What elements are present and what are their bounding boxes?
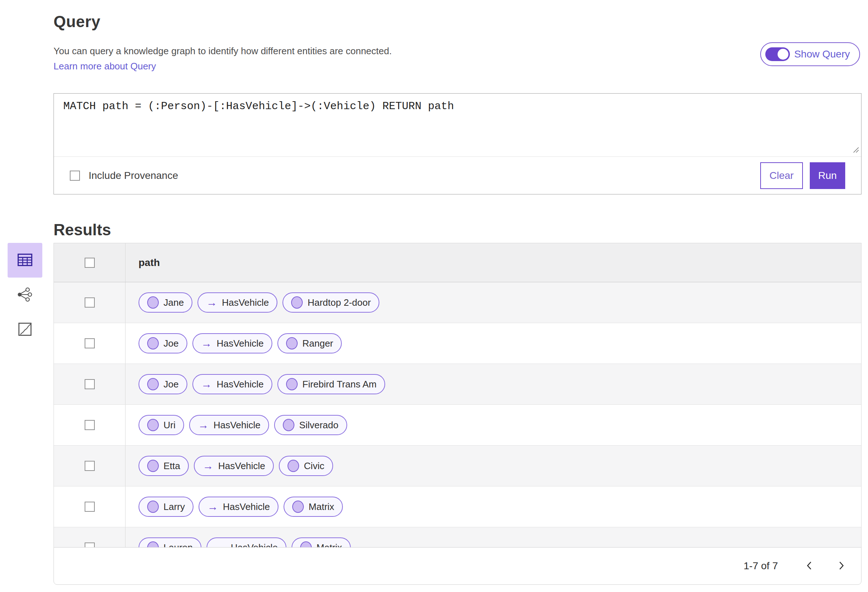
entity-node-icon bbox=[147, 337, 159, 349]
row-checkbox[interactable] bbox=[85, 379, 95, 389]
results-table: path Jane → HasVehicle Hardtop 2-door bbox=[53, 243, 862, 568]
path-cell: Joe → HasVehicle Ranger bbox=[125, 323, 861, 364]
source-entity-chip[interactable]: Jane bbox=[139, 292, 192, 313]
resize-grip-icon[interactable] bbox=[852, 146, 859, 155]
table-row: Etta → HasVehicle Civic bbox=[54, 446, 861, 486]
results-rows: Jane → HasVehicle Hardtop 2-door Joe → H… bbox=[54, 282, 861, 568]
target-entity-label: Hardtop 2-door bbox=[307, 297, 371, 308]
show-query-label: Show Query bbox=[794, 49, 850, 60]
path-header-cell: path bbox=[125, 243, 861, 282]
path-cell: Uri → HasVehicle Silverado bbox=[125, 405, 861, 445]
relationship-label: HasVehicle bbox=[218, 461, 265, 472]
target-entity-chip[interactable]: Ranger bbox=[278, 333, 342, 353]
row-checkbox-cell bbox=[54, 323, 125, 364]
row-checkbox[interactable] bbox=[85, 297, 95, 308]
table-row: Joe → HasVehicle Firebird Trans Am bbox=[54, 364, 861, 405]
relationship-chip[interactable]: → HasVehicle bbox=[192, 374, 272, 394]
row-checkbox-cell bbox=[54, 486, 125, 527]
row-checkbox[interactable] bbox=[85, 502, 95, 512]
page-description: You can query a knowledge graph to ident… bbox=[53, 46, 392, 57]
row-checkbox[interactable] bbox=[85, 420, 95, 430]
source-entity-chip[interactable]: Uri bbox=[139, 415, 184, 435]
path-column-header: path bbox=[139, 257, 160, 268]
previous-page-button[interactable] bbox=[801, 557, 818, 575]
relationship-arrow-icon: → bbox=[206, 297, 217, 308]
relationship-arrow-icon: → bbox=[201, 379, 212, 390]
entity-node-icon bbox=[147, 460, 159, 472]
entity-node-icon bbox=[147, 378, 159, 390]
target-entity-chip[interactable]: Matrix bbox=[283, 496, 343, 517]
entity-node-icon bbox=[147, 501, 159, 513]
source-entity-chip[interactable]: Larry bbox=[139, 496, 193, 517]
relationship-label: HasVehicle bbox=[213, 420, 260, 431]
target-entity-chip[interactable]: Firebird Trans Am bbox=[278, 374, 385, 394]
toggle-knob bbox=[778, 49, 788, 60]
toggle-switch[interactable] bbox=[765, 47, 790, 61]
run-button[interactable]: Run bbox=[810, 162, 845, 189]
path-cell: Jane → HasVehicle Hardtop 2-door bbox=[125, 282, 861, 323]
relationship-arrow-icon: → bbox=[198, 420, 209, 430]
view-switcher bbox=[7, 243, 42, 347]
table-row: Larry → HasVehicle Matrix bbox=[54, 486, 861, 527]
relationship-label: HasVehicle bbox=[217, 338, 264, 349]
relationship-chip[interactable]: → HasVehicle bbox=[189, 415, 269, 435]
target-entity-label: Ranger bbox=[303, 338, 333, 349]
chevron-right-icon bbox=[835, 560, 847, 573]
entity-node-icon bbox=[283, 419, 294, 431]
relationship-chip[interactable]: → HasVehicle bbox=[199, 496, 279, 517]
relationship-chip[interactable]: → HasVehicle bbox=[198, 292, 278, 313]
row-checkbox[interactable] bbox=[85, 338, 95, 348]
link-chart-view-button[interactable] bbox=[7, 278, 42, 312]
relationship-label: HasVehicle bbox=[223, 501, 270, 512]
relationship-chip[interactable]: → HasVehicle bbox=[194, 456, 274, 476]
entity-node-icon bbox=[147, 419, 159, 431]
entity-node-icon bbox=[286, 337, 298, 349]
source-entity-label: Larry bbox=[164, 501, 185, 512]
next-page-button[interactable] bbox=[832, 557, 850, 575]
source-entity-chip[interactable]: Etta bbox=[139, 456, 189, 476]
row-checkbox-cell bbox=[54, 364, 125, 404]
clear-button[interactable]: Clear bbox=[760, 162, 803, 189]
row-checkbox[interactable] bbox=[85, 461, 95, 471]
target-entity-chip[interactable]: Silverado bbox=[274, 415, 347, 435]
row-checkbox-cell bbox=[54, 405, 125, 445]
row-checkbox-cell bbox=[54, 282, 125, 323]
pagination-footer: 1-7 of 7 bbox=[53, 547, 862, 585]
show-query-toggle[interactable]: Show Query bbox=[760, 42, 860, 66]
query-editor: MATCH path = (:Person)-[:HasVehicle]->(:… bbox=[54, 94, 861, 157]
table-view-button[interactable] bbox=[7, 243, 42, 278]
query-panel-footer: Include Provenance Clear Run bbox=[54, 157, 861, 194]
select-all-cell bbox=[54, 243, 125, 282]
table-header-row: path bbox=[54, 243, 861, 282]
entity-node-icon bbox=[286, 378, 298, 390]
table-row: Jane → HasVehicle Hardtop 2-door bbox=[54, 282, 861, 323]
path-cell: Larry → HasVehicle Matrix bbox=[125, 486, 861, 527]
source-entity-chip[interactable]: Joe bbox=[139, 333, 187, 353]
entity-node-icon bbox=[291, 296, 303, 309]
map-view-button[interactable] bbox=[7, 312, 42, 347]
target-entity-chip[interactable]: Hardtop 2-door bbox=[282, 292, 379, 313]
learn-more-link[interactable]: Learn more about Query bbox=[53, 61, 156, 72]
source-entity-label: Jane bbox=[164, 297, 184, 308]
source-entity-chip[interactable]: Joe bbox=[139, 374, 187, 394]
map-icon bbox=[17, 321, 33, 339]
source-entity-label: Etta bbox=[164, 461, 180, 472]
path-cell: Etta → HasVehicle Civic bbox=[125, 446, 861, 486]
include-provenance-label: Include Provenance bbox=[89, 170, 178, 181]
source-entity-label: Joe bbox=[164, 379, 179, 390]
target-entity-label: Firebird Trans Am bbox=[303, 379, 376, 390]
target-entity-label: Silverado bbox=[299, 420, 338, 431]
source-entity-label: Joe bbox=[164, 338, 179, 349]
entity-node-icon bbox=[288, 460, 299, 472]
relationship-arrow-icon: → bbox=[207, 501, 218, 512]
relationship-chip[interactable]: → HasVehicle bbox=[192, 333, 272, 353]
query-input[interactable]: MATCH path = (:Person)-[:HasVehicle]->(:… bbox=[54, 94, 861, 156]
query-panel: MATCH path = (:Person)-[:HasVehicle]->(:… bbox=[53, 93, 862, 194]
pagination-range-label: 1-7 of 7 bbox=[744, 560, 778, 572]
target-entity-chip[interactable]: Civic bbox=[279, 456, 333, 476]
page-title: Query bbox=[53, 13, 100, 31]
select-all-checkbox[interactable] bbox=[85, 258, 95, 268]
path-cell: Joe → HasVehicle Firebird Trans Am bbox=[125, 364, 861, 404]
include-provenance-checkbox[interactable] bbox=[70, 171, 80, 181]
table-icon bbox=[16, 251, 34, 270]
